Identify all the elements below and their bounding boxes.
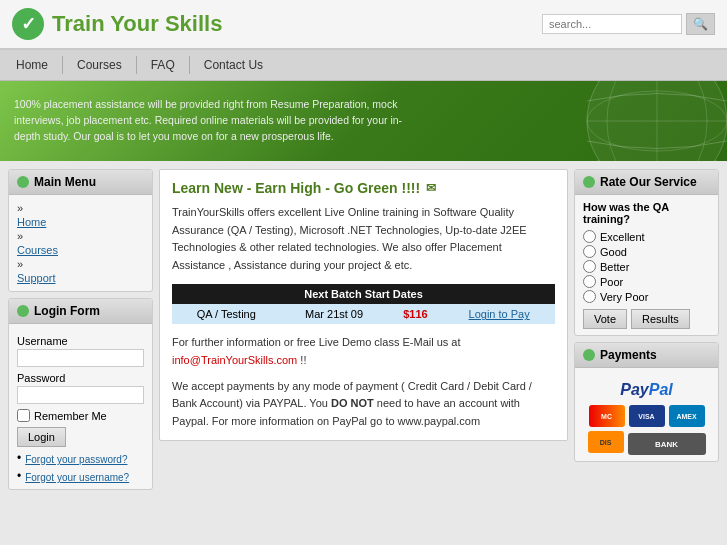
nav-home[interactable]: Home bbox=[12, 56, 63, 74]
vote-button[interactable]: Vote bbox=[583, 309, 627, 329]
nav-contact[interactable]: Contact Us bbox=[190, 56, 277, 74]
payments-header: Payments bbox=[575, 343, 718, 368]
logo-icon: ✓ bbox=[12, 8, 44, 40]
username-label: Username bbox=[17, 335, 144, 347]
rate-excellent: Excellent bbox=[583, 230, 710, 243]
nav-faq[interactable]: FAQ bbox=[137, 56, 190, 74]
payments-title: Payments bbox=[600, 348, 657, 362]
further-info-text: For further information or free Live Dem… bbox=[172, 334, 555, 369]
list-item: » Home bbox=[17, 201, 144, 229]
paypal-logo: PayPal bbox=[583, 379, 710, 400]
forgot-username-row: • Forgot your username? bbox=[17, 469, 144, 483]
banner: 100% placement assistance will be provid… bbox=[0, 81, 727, 161]
remember-me-checkbox[interactable] bbox=[17, 409, 30, 422]
rate-dot bbox=[583, 176, 595, 188]
heading-text: Learn New - Earn High - Go Green !!!! bbox=[172, 180, 420, 196]
rate-service-content: How was the QA training? Excellent Good … bbox=[575, 195, 718, 335]
batch-action: Login to Pay bbox=[443, 304, 555, 324]
list-item: » Support bbox=[17, 257, 144, 285]
login-form-box: Login Form Username Password Remember Me… bbox=[8, 298, 153, 490]
remember-me-row: Remember Me bbox=[17, 409, 144, 422]
banner-globe-decoration bbox=[537, 81, 727, 161]
forgot-password-link[interactable]: Forgot your password? bbox=[25, 454, 127, 465]
visa-icon: VISA bbox=[629, 405, 665, 427]
menu-dot bbox=[17, 176, 29, 188]
password-label: Password bbox=[17, 372, 144, 384]
nav-bar: Home Courses FAQ Contact Us bbox=[0, 50, 727, 81]
left-sidebar: Main Menu » Home » Courses » Support Log… bbox=[8, 169, 153, 490]
batch-table: Next Batch Start Dates QA / Testing Mar … bbox=[172, 284, 555, 324]
bank-icon: BANK bbox=[628, 433, 706, 455]
batch-table-title: Next Batch Start Dates bbox=[172, 284, 555, 304]
menu-courses[interactable]: Courses bbox=[17, 243, 144, 257]
radio-good[interactable] bbox=[583, 245, 596, 258]
forgot-password-row: • Forgot your password? bbox=[17, 451, 144, 465]
login-button[interactable]: Login bbox=[17, 427, 66, 447]
batch-course: QA / Testing bbox=[172, 304, 281, 324]
center-content: Learn New - Earn High - Go Green !!!! ✉ … bbox=[159, 169, 568, 441]
payments-content: PayPal MC VISA AMEX DIS BANK bbox=[575, 368, 718, 461]
rate-service-title: Rate Our Service bbox=[600, 175, 697, 189]
username-field[interactable] bbox=[17, 349, 144, 367]
main-layout: Main Menu » Home » Courses » Support Log… bbox=[0, 161, 727, 498]
login-form-content: Username Password Remember Me Login • Fo… bbox=[9, 324, 152, 489]
main-menu-header: Main Menu bbox=[9, 170, 152, 195]
rate-question: How was the QA training? bbox=[583, 201, 710, 225]
nav-courses[interactable]: Courses bbox=[63, 56, 137, 74]
intro-text: TrainYourSkills offers excellent Live On… bbox=[172, 204, 555, 274]
radio-poor[interactable] bbox=[583, 275, 596, 288]
rate-poor: Poor bbox=[583, 275, 710, 288]
amex-icon: AMEX bbox=[669, 405, 705, 427]
page-heading: Learn New - Earn High - Go Green !!!! ✉ bbox=[172, 180, 555, 196]
rate-better: Better bbox=[583, 260, 710, 273]
list-item: » Courses bbox=[17, 229, 144, 257]
checkmark-icon: ✓ bbox=[21, 13, 36, 35]
login-form-header: Login Form bbox=[9, 299, 152, 324]
payment-text: We accept payments by any mode of paymen… bbox=[172, 378, 555, 431]
mastercard-icon: MC bbox=[589, 405, 625, 427]
payments-box: Payments PayPal MC VISA AMEX DIS BANK bbox=[574, 342, 719, 462]
main-menu-content: » Home » Courses » Support bbox=[9, 195, 152, 291]
logo-area: ✓ Train Your Skills bbox=[12, 8, 222, 40]
rate-good: Good bbox=[583, 245, 710, 258]
table-row: QA / Testing Mar 21st 09 $116 Login to P… bbox=[172, 304, 555, 324]
batch-login-link[interactable]: Login to Pay bbox=[469, 308, 530, 320]
rate-service-header: Rate Our Service bbox=[575, 170, 718, 195]
site-title: Train Your Skills bbox=[52, 11, 222, 37]
search-input[interactable] bbox=[542, 14, 682, 34]
vote-buttons: Vote Results bbox=[583, 309, 710, 329]
forgot-username-link[interactable]: Forgot your username? bbox=[25, 472, 129, 483]
payments-dot bbox=[583, 349, 595, 361]
login-dot bbox=[17, 305, 29, 317]
rate-very-poor: Very Poor bbox=[583, 290, 710, 303]
header: ✓ Train Your Skills 🔍 bbox=[0, 0, 727, 50]
password-field[interactable] bbox=[17, 386, 144, 404]
login-form-title: Login Form bbox=[34, 304, 100, 318]
radio-better[interactable] bbox=[583, 260, 596, 273]
remember-me-label: Remember Me bbox=[34, 410, 107, 422]
radio-excellent[interactable] bbox=[583, 230, 596, 243]
search-button[interactable]: 🔍 bbox=[686, 13, 715, 35]
right-sidebar: Rate Our Service How was the QA training… bbox=[574, 169, 719, 462]
card-icons: MC VISA AMEX DIS BANK bbox=[583, 405, 710, 455]
main-menu-title: Main Menu bbox=[34, 175, 96, 189]
batch-date: Mar 21st 09 bbox=[281, 304, 388, 324]
results-button[interactable]: Results bbox=[631, 309, 690, 329]
search-area: 🔍 bbox=[542, 13, 715, 35]
rate-service-box: Rate Our Service How was the QA training… bbox=[574, 169, 719, 336]
email-icon: ✉ bbox=[426, 181, 436, 195]
main-menu-box: Main Menu » Home » Courses » Support bbox=[8, 169, 153, 292]
email-link[interactable]: info@TrainYourSkills.com bbox=[172, 354, 297, 366]
radio-very-poor[interactable] bbox=[583, 290, 596, 303]
banner-text: 100% placement assistance will be provid… bbox=[14, 97, 414, 144]
menu-support[interactable]: Support bbox=[17, 271, 144, 285]
batch-price: $116 bbox=[388, 304, 444, 324]
discover-icon: DIS bbox=[588, 431, 624, 453]
menu-home[interactable]: Home bbox=[17, 215, 144, 229]
